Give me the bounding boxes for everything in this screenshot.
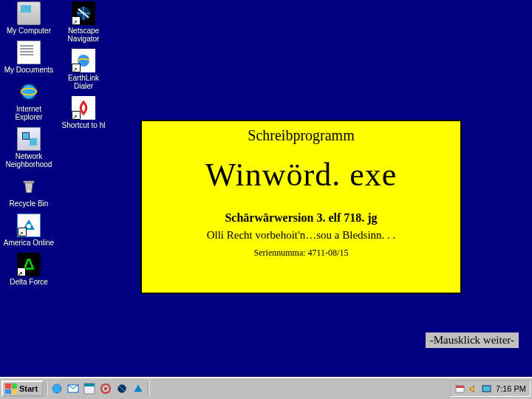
icon-label: My Documents xyxy=(4,66,54,74)
svg-rect-9 xyxy=(84,383,95,386)
taskbar-clock[interactable]: 7:16 PM xyxy=(494,384,526,393)
acrobat-icon xyxy=(72,96,95,120)
ql-aol-icon[interactable] xyxy=(131,381,146,396)
svg-rect-15 xyxy=(456,386,464,388)
computer-icon xyxy=(17,1,41,25)
system-tray: 7:16 PM xyxy=(450,381,531,397)
icon-label: Recycle Bin xyxy=(10,200,49,208)
icon-label: Netscape Navigator xyxy=(58,27,109,43)
start-button[interactable]: Start xyxy=(1,381,44,397)
icon-earthlink-dialer[interactable]: EarthLink Dialer xyxy=(58,49,109,90)
splash-copyright: Olli Recht vorbehoit'n…sou a Bledsinn. .… xyxy=(207,229,396,242)
icon-internet-explorer[interactable]: Internet Explorer xyxy=(3,80,55,121)
ql-netscape-icon[interactable] xyxy=(115,381,129,396)
recycle-bin-icon xyxy=(17,174,41,198)
taskbar: Start 7:16 PM xyxy=(0,377,532,399)
netscape-icon xyxy=(72,1,95,25)
icon-my-computer[interactable]: My Computer xyxy=(3,1,55,35)
ql-outlook-icon[interactable] xyxy=(66,381,81,396)
documents-icon xyxy=(17,41,41,64)
splash-serial: Seriennumma: 4711-08/15 xyxy=(254,248,349,259)
icon-shortcut-to-hl[interactable]: Shortcut to hl xyxy=(58,96,109,129)
ie-icon xyxy=(17,80,41,103)
svg-point-11 xyxy=(104,387,107,390)
ql-ie-icon[interactable] xyxy=(50,381,64,396)
icon-my-documents[interactable]: My Documents xyxy=(3,41,55,74)
desktop: My Computer My Documents Internet Explor… xyxy=(0,0,532,377)
icon-netscape-navigator[interactable]: Netscape Navigator xyxy=(58,1,109,43)
svg-point-5 xyxy=(78,55,89,66)
taskbar-separator xyxy=(46,381,47,396)
ql-desktop-icon[interactable] xyxy=(82,381,97,396)
icon-label: EarthLink Dialer xyxy=(58,74,109,90)
icon-label: Network Neighborhood xyxy=(3,152,55,168)
splash-title: Schreibprogramm xyxy=(248,127,354,144)
icon-label: Internet Explorer xyxy=(3,105,55,121)
network-icon xyxy=(17,127,41,151)
splash-version: Schärwärwersion 3. elf 718. jg xyxy=(225,211,377,225)
icon-recycle-bin[interactable]: Recycle Bin xyxy=(3,174,55,208)
icon-label: America Online xyxy=(4,239,54,247)
svg-point-6 xyxy=(52,384,61,393)
tray-volume-icon[interactable] xyxy=(468,383,478,394)
ql-channels-icon[interactable] xyxy=(98,381,113,396)
svg-rect-16 xyxy=(482,386,491,392)
splash-app-name: Winwörd. exe xyxy=(205,156,397,194)
icon-label: Delta Force xyxy=(10,278,48,286)
earthlink-icon xyxy=(72,49,95,72)
svg-marker-13 xyxy=(134,384,142,392)
quick-launch xyxy=(50,381,146,396)
start-label: Start xyxy=(19,384,38,393)
continue-hint[interactable]: -Mausklick weiter- xyxy=(426,332,519,348)
icon-label: My Computer xyxy=(7,27,51,35)
icon-delta-force[interactable]: Δ Delta Force xyxy=(3,253,55,286)
tray-scheduler-icon[interactable] xyxy=(454,383,465,394)
delta-force-icon: Δ xyxy=(17,253,41,276)
splash-window[interactable]: Schreibprogramm Winwörd. exe Schärwärwer… xyxy=(140,120,462,294)
taskbar-separator xyxy=(148,381,149,396)
tray-display-icon[interactable] xyxy=(481,383,491,394)
icon-america-online[interactable]: America Online xyxy=(3,214,55,247)
icon-network-neighborhood[interactable]: Network Neighborhood xyxy=(3,127,55,168)
svg-point-3 xyxy=(27,224,31,228)
aol-icon xyxy=(17,214,41,237)
icon-label: Shortcut to hl xyxy=(62,121,106,129)
windows-logo-icon xyxy=(5,383,17,394)
